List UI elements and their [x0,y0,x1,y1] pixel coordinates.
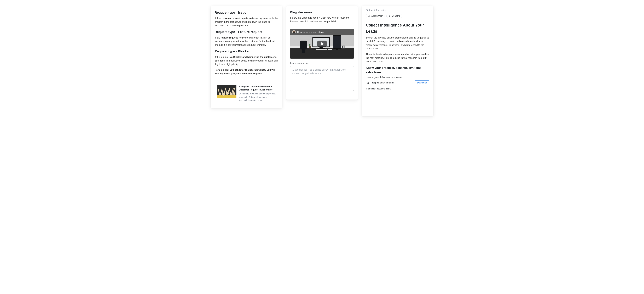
svg-point-26 [293,31,294,32]
svg-rect-1 [217,95,236,98]
svg-rect-23 [343,46,344,48]
card-gather-information: Gather information Assign User Deadline … [362,6,433,116]
paragraph-feature-request: If it is feature request, notify the cus… [214,36,278,47]
svg-rect-15 [333,35,340,48]
bold-text: customer request type is an issue [220,17,258,19]
svg-rect-35 [389,15,390,16]
svg-rect-21 [328,49,332,50]
play-icon [317,40,327,47]
header-actions: Assign User Deadline [366,14,430,18]
heading-feature-request: Request type - Feature request [214,29,278,34]
svg-point-30 [351,32,351,32]
svg-rect-19 [309,46,311,48]
paragraph-link-note: Here is a link you can refer to understa… [214,68,278,75]
svg-point-29 [351,31,351,31]
paragraph-issue: If the customer request type is an issue… [214,16,278,27]
svg-rect-17 [300,40,307,49]
paragraph-2: The objective is to help our sales team … [366,52,430,63]
remarks-label: Idea reuse remarks [290,61,354,65]
svg-rect-20 [316,49,327,50]
svg-rect-12 [320,47,323,48]
text: If the request is a [214,56,233,58]
svg-point-31 [351,33,351,33]
assign-user-button[interactable]: Assign User [366,14,385,18]
file-name: Prospect search manual [371,81,394,84]
file-attachment-row: Prospect search manual Download [367,80,430,85]
svg-text:How to reuse blog ideas: How to reuse blog ideas [297,31,324,33]
pill-label: Deadline [392,15,400,17]
video-embed[interactable]: How to reuse blog ideas [290,29,354,59]
deadline-button[interactable]: Deadline [386,14,402,18]
paragraph-blocker: If the request is a Blocker and hamperin… [214,55,278,66]
client-info-textarea[interactable] [366,92,430,111]
file-info: Prospect search manual [367,81,394,84]
pill-label: Assign User [371,15,383,17]
resource-description: Customers are a rich source of product f… [239,92,276,102]
subnote: How to gather information on a prospect [367,76,430,79]
remarks-textarea[interactable] [290,66,354,91]
svg-point-6 [233,92,235,95]
text: If it is [214,36,221,39]
svg-rect-38 [368,83,368,84]
svg-rect-18 [302,49,305,52]
user-icon [368,15,370,17]
page-title: Collect Intelligence About Your Leads [366,22,430,34]
svg-rect-16 [336,49,338,50]
card-header: Gather information Assign User Deadline [362,6,433,20]
svg-rect-13 [318,48,325,49]
resource-text: 7 Steps to Determine Whether a Customer … [239,85,276,102]
svg-rect-27 [293,32,295,33]
svg-rect-37 [368,82,368,83]
resource-title: 7 Steps to Determine Whether a Customer … [239,85,276,91]
svg-point-34 [369,15,370,16]
heading-blocker: Request type - Blocker [214,49,278,54]
card-title: Blog idea reuse [290,10,354,15]
download-button[interactable]: Download [414,80,430,85]
calendar-icon [388,15,390,17]
bold-text: feature request, [221,36,238,39]
card-intro: Follow this video and keep in track how … [290,16,354,23]
heading-issue: Request type - Issue [214,10,278,15]
resource-thumbnail [217,85,236,98]
resource-card[interactable]: 7 Steps to Determine Whether a Customer … [214,83,278,104]
bold-text: Here is a link you can refer to understa… [214,69,275,75]
subheading: Know your prospect, a manual by Acme sal… [366,66,430,75]
section-title: Gather information [366,8,430,12]
text: If the [214,17,220,19]
card-blog-idea-reuse: Blog idea reuse Follow this video and ke… [286,6,358,100]
card-request-types: Request type - Issue If the customer req… [211,6,282,108]
paragraph-1: Search the internet, ask the stakeholder… [366,36,430,50]
info-label: Information about the client [366,87,430,90]
printer-icon [367,82,369,84]
three-card-layout: Request type - Issue If the customer req… [208,6,436,122]
